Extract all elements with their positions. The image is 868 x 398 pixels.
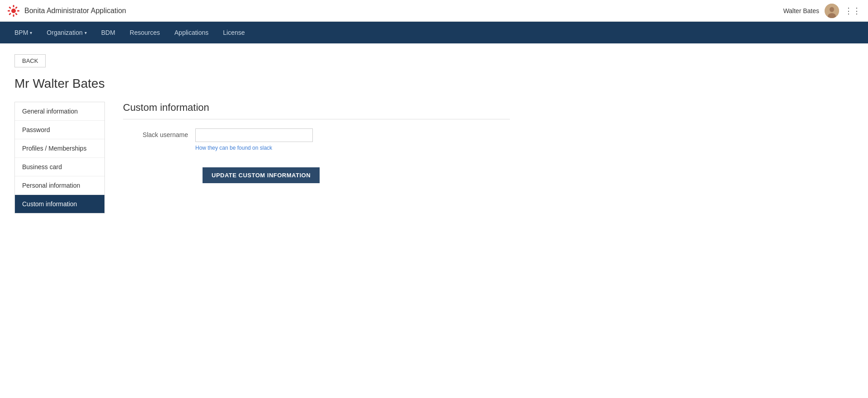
nav-bpm[interactable]: BPM ▾ [7,22,39,43]
sidenav-profiles-memberships[interactable]: Profiles / Memberships [15,139,104,158]
nav-organization[interactable]: Organization ▾ [39,22,94,43]
nav-license[interactable]: License [216,22,252,43]
sidenav-business-card[interactable]: Business card [15,158,104,176]
app-title: Bonita Administrator Application [24,7,126,15]
sidenav-password[interactable]: Password [15,121,104,139]
slack-label: Slack username [123,128,195,138]
org-caret-icon: ▾ [85,30,87,35]
svg-rect-3 [8,10,10,11]
topbar-right: Walter Bates ⋮⋮ [783,4,861,18]
svg-rect-4 [17,10,19,11]
slack-form-row: Slack username How they can be found on … [123,128,510,151]
svg-rect-6 [15,13,18,15]
sidenav-personal-information[interactable]: Personal information [15,176,104,195]
svg-point-10 [830,7,834,12]
nav-bdm[interactable]: BDM [94,22,123,43]
sidenav-custom-information[interactable]: Custom information [15,195,104,213]
slack-hint[interactable]: How they can be found on slack [195,145,313,151]
grid-icon[interactable]: ⋮⋮ [844,6,861,16]
svg-rect-8 [15,6,18,9]
navbar: BPM ▾ Organization ▾ BDM Resources Appli… [0,22,868,43]
nav-applications[interactable]: Applications [167,22,216,43]
avatar-image [825,4,839,18]
svg-rect-2 [13,14,14,17]
side-nav: General information Password Profiles / … [14,102,105,213]
layout: General information Password Profiles / … [14,102,528,213]
svg-point-0 [11,9,16,13]
slack-input[interactable] [195,128,313,142]
bpm-caret-icon: ▾ [30,30,32,35]
topbar-username: Walter Bates [783,7,819,14]
back-button[interactable]: BACK [14,54,46,67]
sidenav-general-information[interactable]: General information [15,102,104,121]
topbar: Bonita Administrator Application Walter … [0,0,868,22]
svg-rect-1 [13,5,14,7]
nav-resources[interactable]: Resources [123,22,167,43]
svg-rect-5 [9,6,11,9]
svg-rect-7 [9,13,11,15]
bonita-logo-icon [7,5,20,17]
page-content: BACK Mr Walter Bates General information… [0,43,542,224]
update-custom-info-button[interactable]: UPDATE CUSTOM INFORMATION [203,167,320,183]
avatar [825,4,839,18]
main-panel: Custom information Slack username How th… [105,102,528,213]
user-title: Mr Walter Bates [14,76,528,91]
slack-field-group: How they can be found on slack [195,128,313,151]
panel-title: Custom information [123,102,510,119]
topbar-left: Bonita Administrator Application [7,5,126,17]
